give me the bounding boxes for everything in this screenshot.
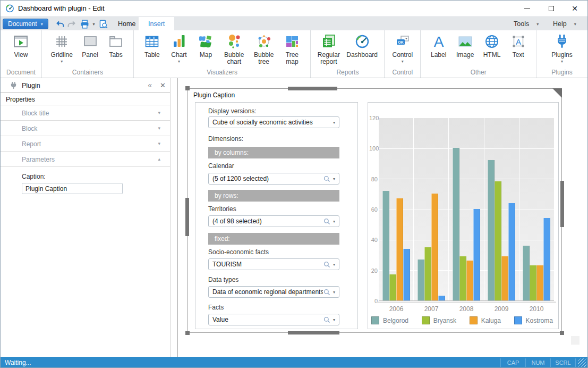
resize-handle-top-right[interactable] <box>552 88 562 98</box>
ribbon-item-control[interactable]: OKControl▾ <box>392 33 413 64</box>
plugin-form-panel: Display versions: Cube of socially econo… <box>195 102 358 329</box>
section-parameters[interactable]: Parameters ▴ <box>1 152 170 167</box>
ribbon-item-text[interactable]: AText <box>510 33 527 58</box>
display-versions-combo[interactable]: Cube of socially economic activities ▾ <box>208 116 339 128</box>
search-icon[interactable] <box>323 288 331 296</box>
resize-handle-bottom-right[interactable] <box>560 331 564 335</box>
ribbon-item-table[interactable]: Table <box>143 33 160 58</box>
bar-bryansk-2008 <box>459 256 466 300</box>
redo-button[interactable] <box>66 19 78 29</box>
ribbon-item-chart[interactable]: Chart▾ <box>171 33 188 64</box>
section-block[interactable]: Block ▾ <box>1 121 170 136</box>
ribbon-item-label: Dashboard <box>346 52 378 58</box>
html-icon <box>483 33 500 50</box>
legend-label: Kostroma <box>526 317 553 324</box>
resize-handle-top[interactable] <box>288 87 337 90</box>
ribbon-item-panel[interactable]: Panel <box>82 33 99 58</box>
section-report[interactable]: Report ▾ <box>1 136 170 152</box>
minimize-button[interactable] <box>515 1 539 16</box>
ribbon-item-image[interactable]: Image <box>456 33 474 58</box>
bar-bryansk-2010 <box>530 265 536 300</box>
plugin-widget[interactable]: Plugin Caption Display versions: Cube of… <box>188 88 562 333</box>
ribbon-group-control: OKControl▾Control <box>385 30 421 78</box>
calendar-combo[interactable]: (5 of 1200 selected) ▾ <box>208 173 339 185</box>
bubble-chart-icon <box>226 33 243 50</box>
chevron-down-icon: ▾ <box>41 22 43 27</box>
collapse-panel-button[interactable]: « <box>148 81 152 89</box>
search-icon[interactable] <box>323 261 331 269</box>
ribbon-item-label[interactable]: ALabel <box>430 33 447 58</box>
chart-category-group <box>484 118 519 300</box>
preview-button[interactable] <box>97 19 109 29</box>
facts-combo[interactable]: Value ▾ <box>208 314 339 325</box>
menu-tools[interactable]: Tools ▾ <box>514 17 539 31</box>
ribbon-item-bubble-tree[interactable]: Bubble tree <box>254 33 274 65</box>
chevron-down-icon: ▾ <box>333 219 335 224</box>
close-panel-button[interactable]: ✕ <box>160 81 166 89</box>
x-tick-label: 2009 <box>484 305 519 313</box>
ribbon-item-label: HTML <box>483 52 501 58</box>
close-button[interactable]: ✕ <box>563 1 586 16</box>
chevron-down-icon: ▾ <box>333 262 335 267</box>
title-bar: Dashboard with plugin - Edit ✕ <box>1 1 587 16</box>
search-icon[interactable] <box>323 316 331 324</box>
svg-text:OK: OK <box>398 40 404 44</box>
app-window: Dashboard with plugin - Edit ✕ Document … <box>0 0 588 368</box>
ribbon-item-bubble-chart[interactable]: Bubble chart <box>224 33 244 65</box>
ribbon-item-dashboard[interactable]: Dashboard <box>346 33 378 58</box>
chevron-down-icon: ▾ <box>574 22 576 27</box>
chevron-up-icon: ▴ <box>158 156 160 162</box>
map-icon <box>197 33 214 50</box>
resize-handle-right[interactable] <box>560 181 564 227</box>
bar-bryansk-2007 <box>424 247 431 300</box>
chart-axis-shadow <box>377 302 556 303</box>
resize-grip[interactable] <box>578 358 586 367</box>
undo-button[interactable] <box>54 19 65 29</box>
x-tick-label: 2010 <box>519 305 554 313</box>
fixed-bar: fixed: <box>208 233 339 245</box>
display-versions-label: Display versions: <box>208 107 257 115</box>
print-button[interactable] <box>79 19 90 29</box>
territories-combo[interactable]: (4 of 98 selected) ▾ <box>208 215 339 227</box>
document-menu-button[interactable]: Document ▾ <box>3 19 48 29</box>
search-icon[interactable] <box>323 175 331 183</box>
resize-handle-bottom[interactable] <box>288 331 339 334</box>
divider <box>575 358 576 367</box>
section-block-title[interactable]: Block title ▾ <box>1 105 170 121</box>
maximize-button[interactable] <box>540 1 563 16</box>
ribbon-item-regular-report[interactable]: Regular report <box>318 33 340 65</box>
combo-value: (5 of 1200 selected) <box>209 175 323 182</box>
ribbon-item-map[interactable]: Map <box>197 33 214 58</box>
ribbon-item-tabs[interactable]: Tabs <box>107 33 124 58</box>
legend-swatch <box>470 316 478 324</box>
socio-economic-facts-combo[interactable]: TOURISM ▾ <box>208 258 339 270</box>
print-dropdown-button[interactable]: ▾ <box>91 19 97 29</box>
chevron-down-icon: ▾ <box>333 120 335 125</box>
menu-help[interactable]: Help ▾ <box>553 17 576 31</box>
tab-insert[interactable]: Insert <box>139 17 174 31</box>
bar-belgorod-2009 <box>488 160 495 300</box>
bar-kostroma-2006 <box>403 249 410 300</box>
search-icon[interactable] <box>323 218 331 225</box>
ribbon-item-label: Bubble chart <box>224 52 244 65</box>
ribbon-item-tree-map[interactable]: Tree map <box>284 33 301 65</box>
resize-handle-bottom-left[interactable] <box>185 331 190 335</box>
ribbon-item-label: Panel <box>82 52 98 58</box>
data-types-combo[interactable]: Data of economic regional departments ▾ <box>208 286 339 298</box>
caption-input[interactable] <box>22 183 123 194</box>
view-icon <box>12 33 29 50</box>
resize-handle-left[interactable] <box>185 198 189 236</box>
ribbon-item-view[interactable]: View <box>12 33 29 58</box>
ribbon: ViewDocumentGridline▾PanelTabsContainers… <box>1 30 587 78</box>
ribbon-item-label: Regular report <box>318 52 340 65</box>
chart-bars <box>379 118 554 300</box>
resize-handle-top-left[interactable] <box>185 86 190 90</box>
legend-item-belgorod: Belgorod <box>371 316 408 324</box>
app-icon <box>5 4 14 13</box>
bar-belgorod-2006 <box>382 191 389 300</box>
design-canvas[interactable]: Plugin Caption Display versions: Cube of… <box>178 78 588 357</box>
ribbon-item-html[interactable]: HTML <box>483 33 501 58</box>
y-tick-label: 40 <box>369 237 378 243</box>
ribbon-item-gridline[interactable]: Gridline▾ <box>51 33 73 64</box>
ribbon-item-plugins[interactable]: Plugins▾ <box>551 33 572 64</box>
